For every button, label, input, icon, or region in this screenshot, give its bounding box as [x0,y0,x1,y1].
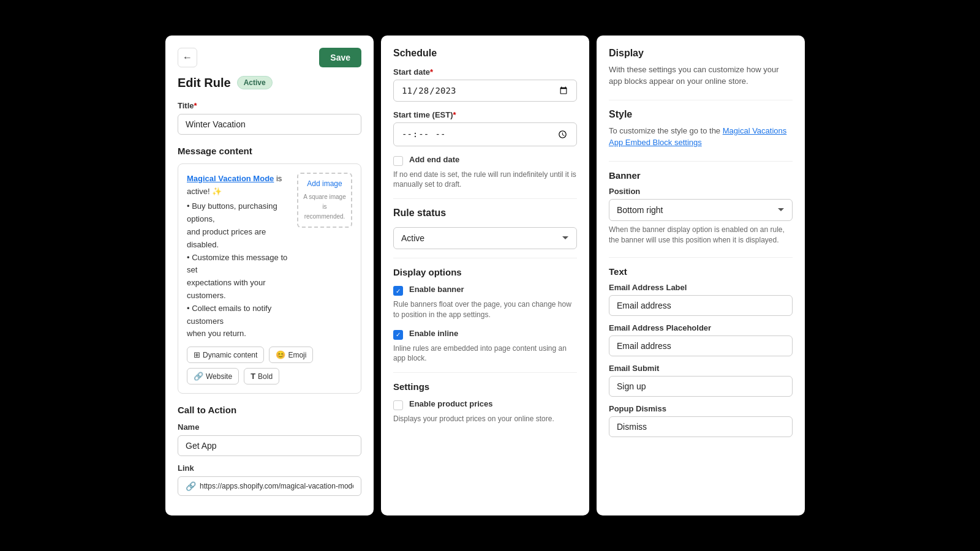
message-line2: and product prices are disabled. [187,226,291,252]
message-line5: • Collect emails to notify customers [187,302,291,328]
divider-2 [393,258,577,258]
title-input[interactable] [178,114,361,135]
email-placeholder-field: Email Address Placeholder [609,323,793,356]
save-button[interactable]: Save [319,48,361,67]
bold-icon: T [251,372,255,381]
back-button[interactable]: ← [178,48,197,67]
edit-rule-title: Edit Rule [178,76,231,90]
end-date-helper: If no end date is set, the rule will run… [393,170,577,190]
display-section: Display With these settings you can cust… [609,48,793,88]
popup-dismiss-label: Popup Dismiss [609,404,793,413]
message-text-area: Magical Vacation Mode is active! ✨ • Buy… [187,173,291,340]
email-submit-field: Email Submit [609,364,793,397]
enable-inline-label: Enable inline [409,329,458,338]
style-description: To customize the style go to the Magical… [609,125,793,149]
start-time-row: Start time (EST)* [393,110,577,146]
dynamic-content-button[interactable]: ⊞ Dynamic content [187,347,264,363]
left-panel: ← Save Edit Rule Active Title* Message c… [165,36,374,515]
cta-title: Call to Action [178,405,361,415]
link-input-wrapper: 🔗 [178,476,361,496]
rule-status-title: Rule status [393,208,577,219]
top-bar: ← Save [178,48,361,67]
position-field: Position Bottom right Bottom left Top ri… [609,187,793,246]
message-line1: • Buy buttons, purchasing options, [187,200,291,226]
emoji-icon: 😊 [276,350,285,359]
cta-link-label: Link [178,463,361,473]
enable-inline-row: ✓ Enable inline Inline rules are embedde… [393,329,577,364]
website-icon: 🔗 [194,372,203,381]
dynamic-content-label: Dynamic content [203,351,257,359]
title-field-group: Title* [178,101,361,135]
position-select[interactable]: Bottom right Bottom left Top right Top l… [609,199,793,221]
position-label: Position [609,187,793,196]
message-box: Magical Vacation Mode is active! ✨ • Buy… [178,163,361,394]
right-panel: Display With these settings you can cust… [597,36,805,515]
schedule-title: Schedule [393,48,577,59]
emoji-button[interactable]: 😊 Emoji [269,347,313,363]
add-end-date-label: Add end date [409,155,459,164]
settings-title: Settings [393,381,577,392]
email-label-input[interactable] [609,295,793,316]
enable-banner-checkbox-row: ✓ Enable banner [393,285,577,296]
popup-dismiss-input[interactable] [609,416,793,437]
divider-3 [393,372,577,373]
style-title: Style [609,109,793,120]
dynamic-content-icon: ⊞ [194,350,200,359]
active-badge: Active [237,76,273,89]
product-prices-label: Enable product prices [409,399,493,408]
rule-status-row: Rule status Active Draft [393,208,577,249]
start-date-label: Start date* [393,67,577,77]
title-label: Title* [178,101,361,110]
website-button[interactable]: 🔗 Website [187,368,239,384]
right-divider-2 [609,161,793,162]
banner-title: Banner [609,170,793,181]
style-section: Style To customize the style go to the M… [609,109,793,149]
edit-rule-header: Edit Rule Active [178,76,361,90]
add-image-button[interactable]: Add image A square image is recommended. [297,173,352,228]
product-prices-checkbox[interactable] [393,400,403,410]
link-icon: 🔗 [186,481,196,491]
enable-banner-checkbox[interactable]: ✓ [393,286,403,296]
style-prefix: To customize the style go to the [609,126,723,135]
add-end-date-checkbox[interactable] [393,156,403,166]
magic-link[interactable]: Magical Vacation Mode [187,174,274,183]
display-options-title: Display options [393,267,577,277]
position-helper: When the banner display option is enable… [609,225,793,246]
start-date-input[interactable] [393,80,577,102]
rule-status-select[interactable]: Active Draft [393,227,577,249]
add-image-label: Add image [307,178,342,190]
message-line6: when you return. [187,328,291,340]
product-prices-checkbox-row: Enable product prices [393,399,577,410]
message-toolbar: ⊞ Dynamic content 😊 Emoji 🔗 Website T Bo… [187,347,352,384]
email-submit-label: Email Submit [609,364,793,373]
enable-banner-label: Enable banner [409,285,464,294]
website-label: Website [206,372,232,381]
bold-label: Bold [258,372,273,381]
display-description: With these settings you can customize ho… [609,64,793,88]
enable-banner-row: ✓ Enable banner Rule banners float over … [393,285,577,320]
bold-button[interactable]: T Bold [244,368,279,384]
right-divider-3 [609,257,793,258]
cta-link-group: Link 🔗 [178,463,361,496]
text-section-title: Text [609,266,793,277]
popup-dismiss-field: Popup Dismiss [609,404,793,437]
cta-name-input[interactable] [178,435,361,456]
cta-name-label: Name [178,422,361,432]
start-time-input[interactable] [393,122,577,146]
right-divider-1 [609,100,793,100]
product-prices-row: Enable product prices Displays your prod… [393,399,577,424]
message-line3: • Customize this message to set [187,252,291,277]
emoji-label: Emoji [288,351,306,359]
banner-section: Banner Position Bottom right Bottom left… [609,170,793,246]
enable-inline-checkbox[interactable]: ✓ [393,330,403,340]
cta-section: Call to Action Name Link 🔗 [178,405,361,496]
divider-1 [393,198,577,199]
display-title: Display [609,48,793,59]
email-submit-input[interactable] [609,376,793,397]
email-placeholder-input[interactable] [609,335,793,356]
start-time-label: Start time (EST)* [393,110,577,119]
image-hint: A square image is recommended. [303,192,346,222]
link-input[interactable] [200,477,353,495]
start-date-row: Start date* [393,67,577,102]
product-prices-helper: Displays your product prices on your onl… [393,414,577,424]
